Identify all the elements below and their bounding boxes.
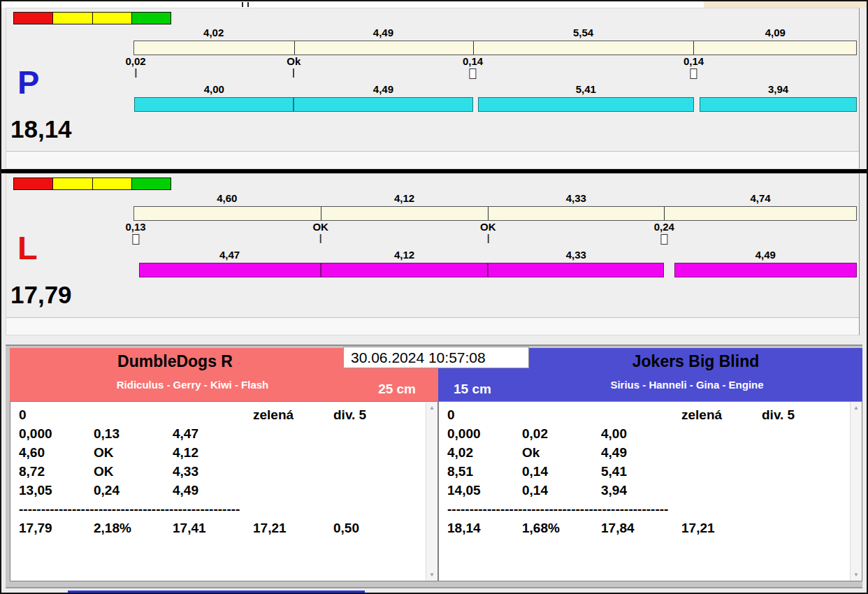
log-rows: 0zelenádiv. 50,0000,024,004,02Ok4,498,51… <box>447 407 862 502</box>
log-cell <box>762 464 862 483</box>
log-cell: 13,05 <box>19 483 94 502</box>
log-cell: 2,18% <box>94 521 173 539</box>
log-cell: 3,94 <box>601 483 681 502</box>
log-cell <box>253 445 333 464</box>
fault-mark: 0,14 <box>683 55 704 79</box>
split-time-label: 4,02 <box>133 27 294 39</box>
status-light-red <box>14 178 53 189</box>
fault-mark: 0,13 <box>125 221 145 245</box>
log-row: 0,0000,024,00 <box>447 426 862 445</box>
log-cell <box>333 445 437 464</box>
actual-bar-segment <box>693 41 856 55</box>
fault-mark: Ok <box>287 55 301 78</box>
fault-mark-label: Ok <box>287 55 301 67</box>
vertical-scrollbar[interactable]: ▲ ▼ <box>426 402 437 581</box>
log-row: 8,72OK4,33 <box>19 464 437 483</box>
run-log-right[interactable]: 0zelenádiv. 50,0000,024,004,02Ok4,498,51… <box>438 401 862 581</box>
log-row: 14,050,143,94 <box>447 483 862 502</box>
split-time-label: 3,94 <box>700 83 857 96</box>
fault-mark-glyph <box>470 68 477 79</box>
log-cell: 4,00 <box>601 426 681 445</box>
lane-letter: L <box>17 231 38 264</box>
scroll-down-icon[interactable]: ▼ <box>426 569 437 581</box>
titlebar-tick <box>247 2 249 7</box>
fault-mark-glyph <box>660 234 667 245</box>
team-panel-right: Jokers Big Blind Sirius - Hanneli - Gina… <box>438 348 862 581</box>
log-cell: OK <box>94 445 173 464</box>
log-cell: zelená <box>253 407 333 426</box>
status-light-yellow-2 <box>93 178 132 189</box>
log-cell <box>762 426 862 445</box>
log-cell: 8,72 <box>19 464 94 483</box>
log-cell: 4,33 <box>173 464 253 483</box>
team-members: Sirius - Hanneli - Gina - Engine <box>438 379 862 391</box>
actual-split-labels: 4,02 4,49 5,54 4,09 <box>133 27 857 39</box>
actual-bar-segment <box>473 41 693 55</box>
team-height-class: 15 cm <box>454 382 491 397</box>
run-log-left[interactable]: 0zelenádiv. 50,0000,134,474,60OK4,128,72… <box>10 401 438 581</box>
log-cell <box>253 464 333 483</box>
scroll-up-icon[interactable]: ▲ <box>851 402 862 414</box>
clean-bar-segment <box>139 263 321 277</box>
split-time-label: 4,09 <box>694 27 857 39</box>
fault-mark: 0,14 <box>463 55 483 79</box>
lane-panel-p: P 18,14 4,02 4,49 5,54 4,09 0,02 <box>6 8 860 169</box>
log-separator: ----------------------------------------… <box>19 502 437 521</box>
lane-total-time: 17,79 <box>10 282 72 309</box>
vertical-scrollbar[interactable]: ▲ ▼ <box>850 402 862 581</box>
datetime-display: 30.06.2024 10:57:08 <box>343 347 529 368</box>
lane-panel-l: L 17,79 4,60 4,12 4,33 4,74 0,13 <box>6 173 860 335</box>
clean-bar-segment <box>478 97 694 112</box>
log-cell: 8,51 <box>447 464 522 483</box>
log-cell: 0,000 <box>447 426 522 445</box>
clean-time-bar <box>133 263 857 277</box>
split-time-label: 4,47 <box>139 249 321 261</box>
log-cell: 0,14 <box>522 483 601 502</box>
fault-mark: OK <box>480 221 496 243</box>
log-cell: 0 <box>447 407 522 426</box>
fault-marks-row: 0,13 OK OK 0,24 <box>133 221 857 247</box>
log-cell: 17,79 <box>19 521 94 539</box>
fault-mark-label: 0,02 <box>125 55 145 67</box>
split-time-label: 5,41 <box>478 83 694 96</box>
actual-bar-segment <box>134 207 321 220</box>
clean-bar-segment <box>488 263 664 277</box>
scroll-down-icon[interactable]: ▼ <box>851 569 862 581</box>
fault-mark-label: 0,24 <box>654 221 674 233</box>
split-time-label: 4,33 <box>488 192 664 205</box>
log-row: 4,02Ok4,49 <box>447 445 862 464</box>
fault-mark: 0,02 <box>125 55 145 78</box>
split-time-label: 4,49 <box>294 27 472 39</box>
app-window: P 18,14 4,02 4,49 5,54 4,09 0,02 <box>0 0 868 594</box>
split-time-label: 4,33 <box>488 249 664 261</box>
fault-mark-label: 0,14 <box>463 55 483 67</box>
log-row: 0zelenádiv. 5 <box>19 407 437 426</box>
log-cell: 0,02 <box>522 426 601 445</box>
actual-split-labels: 4,60 4,12 4,33 4,74 <box>133 192 857 205</box>
log-summary-row: 17,79 2,18% 17,41 17,21 0,50 <box>19 521 437 539</box>
log-row: 0zelenádiv. 5 <box>447 407 862 426</box>
fault-mark-glyph <box>293 68 294 78</box>
split-time-label: 4,49 <box>294 83 472 96</box>
lane-total-time: 18,14 <box>10 116 72 143</box>
log-cell: 17,21 <box>253 521 333 539</box>
split-time-label: 4,74 <box>664 192 857 205</box>
log-row: 4,60OK4,12 <box>19 445 437 464</box>
fault-mark-label: 0,13 <box>125 221 145 233</box>
scroll-up-icon[interactable]: ▲ <box>426 402 437 414</box>
actual-time-bar <box>133 206 857 221</box>
log-cell: 17,84 <box>601 521 681 539</box>
log-cell: 0,50 <box>333 521 437 539</box>
fault-mark: OK <box>312 221 328 243</box>
titlebar-accent <box>704 1 867 8</box>
log-cell <box>601 407 681 426</box>
log-cell: 1,68% <box>522 521 601 539</box>
split-time-label: 4,49 <box>674 249 857 261</box>
timing-bars: 4,60 4,12 4,33 4,74 0,13 OK <box>133 174 857 335</box>
log-cell <box>253 426 333 445</box>
log-cell: 0,13 <box>94 426 173 445</box>
log-cell <box>681 445 762 464</box>
titlebar <box>1 1 867 8</box>
status-light-yellow-1 <box>53 13 92 24</box>
fault-mark-glyph <box>135 68 136 78</box>
